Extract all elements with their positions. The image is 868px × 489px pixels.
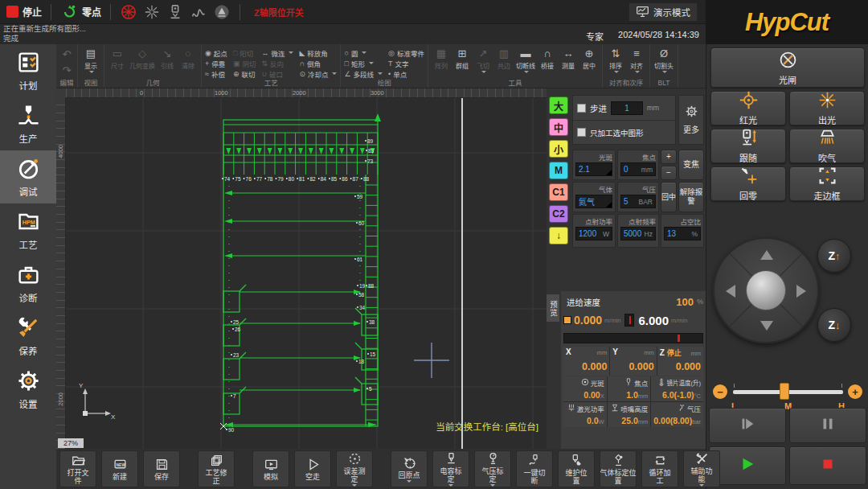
stop-button[interactable]: 停止	[6, 5, 42, 18]
ribbon-group-button[interactable]: ⊞群组	[452, 46, 472, 70]
start-button[interactable]	[709, 446, 786, 485]
ribbon-standard-part-button[interactable]: ◎标准零件	[388, 47, 424, 58]
slider-handle[interactable]	[780, 383, 789, 400]
bottom-one-key-cut-button[interactable]: 一键切断	[516, 450, 553, 487]
sidebar-item-maintain[interactable]: 保养	[0, 310, 56, 363]
zero-button[interactable]: 零点	[60, 3, 101, 21]
speed-minus-button[interactable]: −	[713, 384, 727, 399]
jog-up-icon[interactable]	[760, 250, 773, 260]
bottom-button-label: 电容标定	[437, 468, 465, 483]
jog-right-icon[interactable]	[796, 285, 806, 298]
laser-status-icon[interactable]	[143, 3, 161, 21]
ribbon-display-button[interactable]: ▤显示	[81, 46, 100, 73]
sidebar-item-plan[interactable]: 计划	[0, 44, 56, 97]
focus-minus-button[interactable]: −	[661, 166, 677, 180]
frame-button[interactable]: 走边框	[789, 166, 865, 201]
speed-plus-button[interactable]: +	[848, 384, 862, 399]
preview-tab[interactable]: 预览	[547, 294, 559, 322]
jog-pad[interactable]	[713, 237, 819, 343]
bottom-dry-run-button[interactable]: 空走	[294, 450, 331, 487]
ribbon-cutting-head-button[interactable]: Ø切割头	[653, 46, 674, 73]
dome-status-icon[interactable]	[213, 3, 231, 21]
red-light-icon	[739, 90, 759, 112]
alarm-status-icon[interactable]	[120, 3, 137, 21]
layer-c2-button[interactable]: C2	[549, 205, 568, 223]
ribbon-micro-joint-button[interactable]: ↔微连	[261, 47, 293, 58]
bottom-process-fix-button[interactable]: 工艺修正	[198, 450, 235, 487]
more-button[interactable]: 更多	[678, 95, 704, 145]
burst-power-input[interactable]: 1200W	[575, 227, 612, 240]
sidebar-item-settings[interactable]: 设置	[0, 363, 56, 416]
ribbon-release-angle-button[interactable]: ◣释放角	[299, 47, 337, 58]
layer-c1-button[interactable]: C1	[549, 183, 568, 201]
ribbon-rect-button[interactable]: □矩形	[344, 58, 383, 68]
bottom-simulate-button[interactable]: 模拟	[252, 450, 289, 487]
step-checkbox[interactable]	[577, 104, 586, 113]
bottom-pressure-calib-button[interactable]: 气压标定	[474, 450, 511, 487]
bottom-error-measure-button[interactable]: 误差测定	[336, 450, 373, 487]
home-button[interactable]: 回零	[710, 166, 786, 201]
svg-text:78: 78	[267, 176, 273, 182]
stop-button[interactable]	[789, 446, 866, 485]
gas-select[interactable]: 氮气	[575, 195, 612, 208]
sidebar-item-produce[interactable]: 生产	[0, 97, 56, 150]
ribbon-circle-button[interactable]: ○圆	[344, 47, 383, 58]
bottom-maintain-pos-button[interactable]: 维护位置	[558, 450, 595, 487]
laser-out-button[interactable]: 出光	[789, 91, 865, 125]
focus-plus-button[interactable]: +	[661, 150, 677, 164]
drawing-canvas[interactable]: 0100020003000 40002000	[56, 88, 547, 449]
svg-text:80: 80	[289, 176, 295, 182]
jog-left-icon[interactable]	[726, 285, 735, 298]
sidebar-item-diagnose[interactable]: 诊断	[0, 257, 56, 310]
burst-freq-input[interactable]: 5000Hz	[620, 227, 656, 240]
bottom-new-button[interactable]: NEW新建	[101, 450, 138, 487]
curve-status-icon[interactable]	[190, 3, 207, 21]
layer-down-button[interactable]: ↓	[549, 227, 568, 244]
only-selected-checkbox[interactable]	[577, 128, 586, 137]
ribbon-dock-button[interactable]: +停靠	[205, 58, 227, 68]
follow-status-icon[interactable]	[166, 3, 184, 21]
ribbon-cut-line-button[interactable]: ▬切断线	[515, 46, 536, 73]
ribbon-sort-button[interactable]: ⇅排序	[606, 46, 625, 73]
blow-button[interactable]: 吹气	[789, 129, 865, 163]
clear-alarm-button[interactable]: 解除报警	[678, 182, 704, 212]
pressure-input[interactable]: 5BAR	[620, 195, 656, 208]
sidebar-item-process[interactable]: HPM工艺	[0, 203, 56, 257]
center-button[interactable]: 回中	[661, 182, 677, 212]
zoom-focus-button[interactable]: 变焦	[678, 150, 704, 180]
layer-m-button[interactable]: M	[549, 162, 568, 179]
jog-down-icon[interactable]	[760, 321, 773, 331]
focus-input[interactable]: 0mm	[620, 162, 656, 176]
bottom-loop-process-button[interactable]: 循环加工	[641, 450, 678, 487]
layer-big-button[interactable]: 大	[549, 97, 568, 114]
sidebar-item-debug[interactable]: 调试	[0, 150, 56, 203]
layer-mid-button[interactable]: 中	[549, 118, 568, 136]
ribbon-text-button[interactable]: T文字	[388, 58, 424, 68]
bottom-open-file-button[interactable]: 打开文件	[59, 450, 96, 487]
ribbon-chamfer-button[interactable]: ∩倒角	[299, 58, 337, 68]
size-icon: ▭	[113, 47, 122, 60]
spot-select[interactable]: 2.1	[575, 162, 612, 176]
follow-button[interactable]: 跟随	[710, 129, 786, 163]
jog-knob[interactable]	[746, 270, 786, 310]
ribbon-align-button[interactable]: ≡对齐	[627, 46, 646, 73]
chevron-down-icon	[352, 484, 357, 487]
demo-mode-icon	[636, 5, 649, 20]
ribbon-center-button[interactable]: ⊕居中	[579, 46, 599, 70]
ribbon-start-point-button[interactable]: ◉起点	[205, 47, 227, 58]
bottom-gas-calib-pos-button[interactable]: 气体标定位置	[600, 450, 637, 487]
bottom-save-button[interactable]: 保存	[143, 450, 180, 487]
bottom-cap-calib-button[interactable]: 电容标定	[432, 450, 469, 487]
z-down-button[interactable]: Z↓	[817, 308, 851, 342]
ribbon-bridge-button[interactable]: ∩桥接	[538, 46, 557, 70]
red-light-button[interactable]: 红光	[710, 91, 786, 125]
demo-mode-button[interactable]: 演示模式	[628, 2, 698, 22]
step-input[interactable]: 1	[611, 101, 643, 115]
bottom-origin-button[interactable]: 回原点	[391, 450, 428, 487]
bottom-aux-func-button[interactable]: 辅助功能	[683, 450, 720, 487]
duty-input[interactable]: 13%	[664, 227, 701, 240]
ribbon-measure-button[interactable]: ↔测量	[559, 46, 578, 70]
layer-small-button[interactable]: 小	[549, 140, 568, 158]
z-up-button[interactable]: Z↑	[817, 239, 851, 273]
shutter-button[interactable]: 光闸	[710, 47, 865, 88]
